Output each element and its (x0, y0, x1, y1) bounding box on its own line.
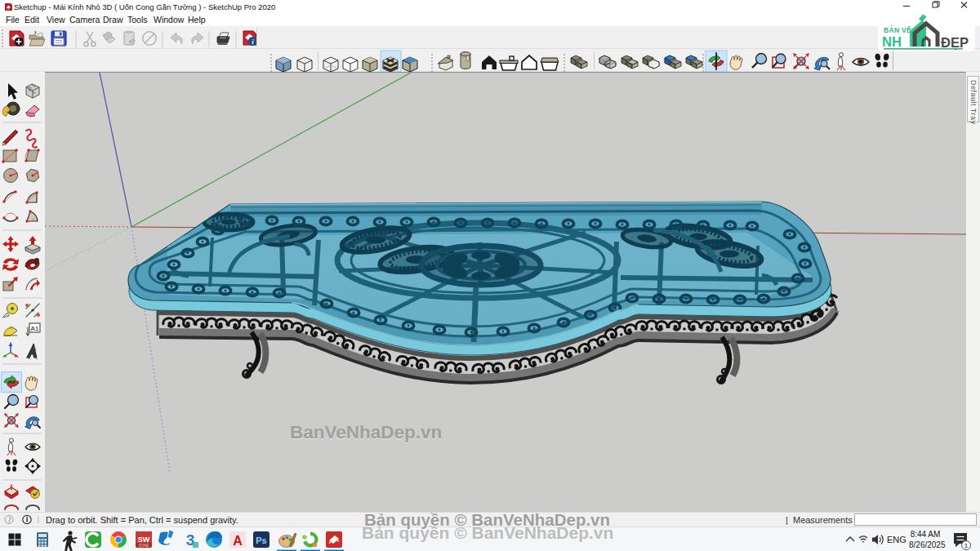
svg-text:BẢN VẼ: BẢN VẼ (884, 25, 911, 34)
svg-text:A: A (233, 534, 243, 548)
svg-text:A1: A1 (31, 325, 39, 332)
svg-text:SW: SW (138, 535, 150, 544)
svg-text:NH: NH (882, 34, 902, 49)
svg-text:ZONE: ZONE (139, 544, 149, 548)
svg-text:1: 1 (964, 542, 969, 549)
svg-text:ĐẸP: ĐẸP (941, 35, 969, 50)
svg-text:BanVeNhaDep.vn: BanVeNhaDep.vn (290, 422, 442, 442)
svg-text:Ps: Ps (256, 535, 266, 545)
